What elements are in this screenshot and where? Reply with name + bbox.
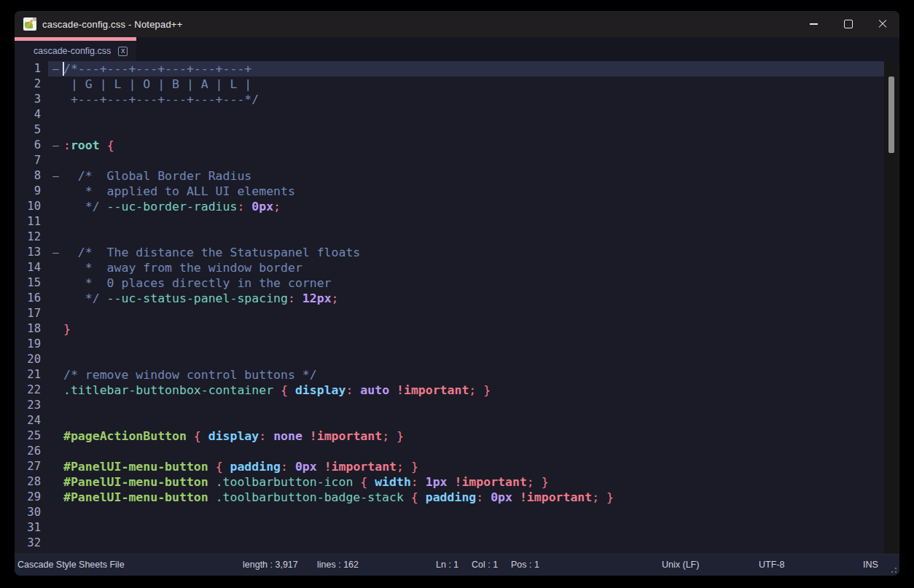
code-line[interactable]: 20 [15, 352, 899, 367]
code-line[interactable]: 7 [15, 153, 899, 168]
line-number: 16 [15, 291, 48, 306]
code-line[interactable]: 19 [15, 337, 899, 352]
notepad-plus-plus-window: cascade-config.css - Notepad++ cascade-c… [15, 11, 899, 576]
code-line[interactable]: 4 [15, 107, 899, 122]
line-number: 6 [15, 138, 48, 153]
line-number: 14 [15, 260, 48, 275]
line-number: 18 [15, 321, 48, 337]
code-text: | G | L | O | B | A | L | [63, 77, 251, 92]
code-line[interactable]: 2 | G | L | O | B | A | L | [15, 77, 899, 92]
vertical-scrollbar[interactable] [884, 61, 899, 554]
fold-margin [48, 428, 63, 444]
line-number: 30 [15, 505, 48, 520]
close-button[interactable] [865, 11, 899, 37]
line-number: 28 [15, 474, 48, 490]
code-line[interactable]: 8– /* Global Border Radius [15, 168, 899, 184]
minimize-icon [810, 23, 818, 25]
title-bar[interactable]: cascade-config.css - Notepad++ [15, 11, 899, 37]
line-number: 29 [15, 490, 48, 505]
line-number: 13 [15, 245, 48, 260]
resize-grip-icon[interactable] [888, 564, 897, 573]
code-line[interactable]: 16 */ --uc-status-panel-spacing: 12px; [15, 291, 899, 306]
fold-margin [48, 367, 63, 383]
code-line[interactable]: 14 * away from the window border [15, 260, 899, 275]
status-line: Ln : 1 [436, 554, 458, 576]
status-bar: Cascade Style Sheets File length : 3,917… [15, 554, 899, 576]
line-number: 25 [15, 428, 48, 444]
line-number: 22 [15, 383, 48, 398]
line-number: 27 [15, 459, 48, 474]
line-number: 23 [15, 398, 48, 413]
fold-marker-icon[interactable]: – [48, 245, 63, 260]
tab-cascade-config-css[interactable]: cascade-config.css x [15, 37, 136, 61]
code-line[interactable]: 21/* remove window control buttons */ [15, 367, 899, 383]
code-line[interactable]: 22.titlebar-buttonbox-container { displa… [15, 383, 899, 398]
line-number: 15 [15, 275, 48, 291]
fold-margin [48, 520, 63, 536]
line-number: 12 [15, 230, 48, 245]
fold-margin [48, 230, 63, 245]
fold-margin [48, 474, 63, 490]
fold-margin [48, 275, 63, 291]
code-line[interactable]: 3 +---+---+---+---+---+---*/ [15, 92, 899, 107]
line-number: 32 [15, 536, 48, 551]
code-line[interactable]: 24 [15, 413, 899, 428]
code-line[interactable]: 30 [15, 505, 899, 520]
code-line[interactable]: 12 [15, 230, 899, 245]
fold-margin [48, 337, 63, 352]
code-line[interactable]: 29#PanelUI-menu-button .toolbarbutton-ba… [15, 490, 899, 505]
fold-marker-icon[interactable]: – [48, 61, 63, 77]
code-line[interactable]: 5 [15, 122, 899, 138]
fold-margin [48, 321, 63, 337]
code-text: /* The distance the Statuspanel floats [63, 245, 360, 260]
code-line[interactable]: 9 * applied to ALL UI elements [15, 184, 899, 199]
line-number: 1 [15, 61, 48, 77]
fold-margin [48, 199, 63, 214]
fold-margin [48, 536, 63, 551]
fold-margin [48, 214, 63, 230]
code-line[interactable]: 28#PanelUI-menu-button .toolbarbutton-ic… [15, 474, 899, 490]
code-line[interactable]: 11 [15, 214, 899, 230]
code-line[interactable]: 17 [15, 306, 899, 321]
fold-margin [48, 184, 63, 199]
status-length: length : 3,917 [243, 554, 298, 576]
code-line[interactable]: 6–:root { [15, 138, 899, 153]
code-line[interactable]: 25#pageActionButton { display: none !imp… [15, 428, 899, 444]
code-text: */ --uc-border-radius: 0px; [63, 199, 281, 214]
status-lines: lines : 162 [317, 554, 359, 576]
fold-margin [48, 398, 63, 413]
tab-close-icon: x [121, 47, 125, 55]
line-number: 17 [15, 306, 48, 321]
status-position: Pos : 1 [511, 554, 539, 576]
code-text: /* remove window control buttons */ [63, 367, 317, 383]
line-number: 20 [15, 352, 48, 367]
fold-marker-icon[interactable]: – [48, 138, 63, 153]
code-editor[interactable]: 1–/*---+---+---+---+---+---+2 | G | L | … [15, 61, 899, 554]
code-line[interactable]: 15 * 0 places directly in the corner [15, 275, 899, 291]
maximize-icon [844, 20, 853, 28]
code-line[interactable]: 27#PanelUI-menu-button { padding: 0px !i… [15, 459, 899, 474]
scrollbar-thumb[interactable] [888, 77, 894, 153]
code-text: #PanelUI-menu-button .toolbarbutton-badg… [63, 490, 614, 505]
status-doc-type: Cascade Style Sheets File [17, 554, 125, 576]
fold-margin [48, 107, 63, 122]
code-line[interactable]: 10 */ --uc-border-radius: 0px; [15, 199, 899, 214]
code-text: /*---+---+---+---+---+---+ [63, 61, 251, 77]
code-text: } [63, 321, 71, 337]
tab-close-button[interactable]: x [118, 47, 128, 56]
code-line[interactable]: 31 [15, 520, 899, 536]
line-number: 10 [15, 199, 48, 214]
line-number: 11 [15, 214, 48, 230]
fold-marker-icon[interactable]: – [48, 168, 63, 184]
code-line[interactable]: 18} [15, 321, 899, 337]
code-line[interactable]: 23 [15, 398, 899, 413]
fold-margin [48, 444, 63, 459]
tab-bar: cascade-config.css x [15, 37, 899, 61]
code-line[interactable]: 13– /* The distance the Statuspanel floa… [15, 245, 899, 260]
code-line[interactable]: 26 [15, 444, 899, 459]
code-line[interactable]: 1–/*---+---+---+---+---+---+ [15, 61, 899, 77]
maximize-button[interactable] [831, 11, 865, 37]
text-caret [63, 62, 64, 76]
code-line[interactable]: 32 [15, 536, 899, 551]
minimize-button[interactable] [797, 11, 831, 37]
